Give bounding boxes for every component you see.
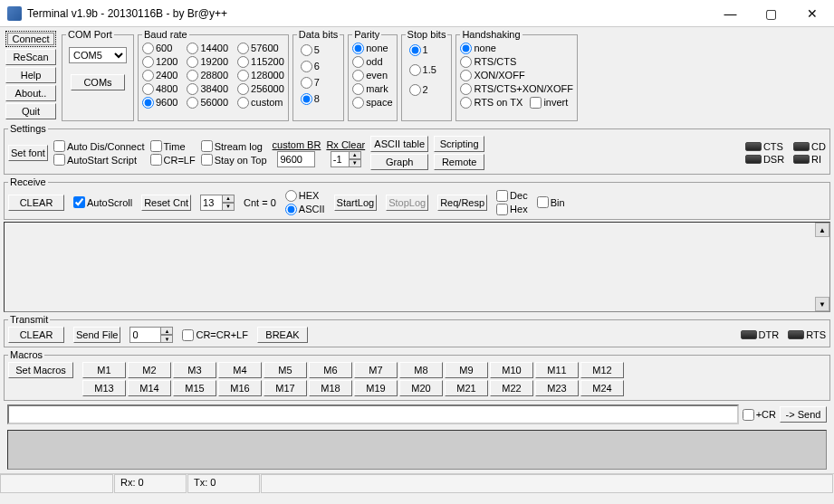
baud-option-custom[interactable]: custom [237,96,284,109]
set-font-button[interactable]: Set font [8,145,48,161]
time-checkbox[interactable]: Time [150,140,196,152]
macro-button-m5[interactable]: M5 [264,362,307,378]
hex-checkbox[interactable]: Hex [496,203,528,215]
rx-clear-spinner[interactable]: ▲▼ [331,151,361,167]
dtr-led[interactable]: DTR [741,329,780,340]
invert-checkbox[interactable]: invert [530,96,568,109]
macro-button-m20[interactable]: M20 [399,380,443,396]
parity-option-even[interactable]: even [352,69,392,81]
macro-button-m11[interactable]: M11 [535,362,579,378]
macro-button-m13[interactable]: M13 [82,380,126,396]
graph-button[interactable]: Graph [370,154,428,170]
cr-crlf-checkbox[interactable]: CR=CR+LF [182,329,247,341]
stay-on-top-checkbox[interactable]: Stay on Top [201,154,267,166]
about-button[interactable]: About.. [5,85,56,101]
handshaking-option-4[interactable]: RTS on TX [460,96,522,109]
cr-checkbox[interactable]: +CR [743,409,776,421]
macro-button-m22[interactable]: M22 [490,380,533,396]
stop-log-button[interactable]: StopLog [386,195,428,211]
reset-cnt-button[interactable]: Reset Cnt [141,195,191,211]
minimize-button[interactable]: — [710,1,751,26]
close-button[interactable]: ✕ [791,1,832,26]
rts-led[interactable]: RTS [788,329,826,340]
send-file-button[interactable]: Send File [73,327,120,343]
quit-button[interactable]: Quit [5,103,56,119]
macro-button-m10[interactable]: M10 [490,362,533,378]
databits-option-7[interactable]: 7 [301,76,336,89]
baud-option-115200[interactable]: 115200 [237,55,284,68]
macro-button-m2[interactable]: M2 [128,362,171,378]
baud-option-57600[interactable]: 57600 [237,42,284,54]
baud-option-4800[interactable]: 4800 [142,82,177,95]
auto-dis-connect-checkbox[interactable]: Auto Dis/Connect [53,140,145,152]
break-button[interactable]: BREAK [257,327,308,343]
transmit-clear-button[interactable]: CLEAR [8,327,64,343]
req-resp-button[interactable]: Req/Resp [437,195,487,211]
com-port-select[interactable]: COM5 [69,47,127,63]
baud-option-1200[interactable]: 1200 [142,55,177,68]
handshaking-option-3[interactable]: RTS/CTS+XON/XOFF [460,82,573,95]
baud-option-14400[interactable]: 14400 [187,42,228,54]
maximize-button[interactable]: ▢ [751,1,791,26]
parity-option-odd[interactable]: odd [352,55,392,68]
autoscroll-checkbox[interactable]: AutoScroll [73,196,132,208]
remote-button[interactable]: Remote [434,154,484,170]
baud-option-9600[interactable]: 9600 [142,96,177,109]
handshaking-option-1[interactable]: RTS/CTS [460,55,516,68]
macro-button-m16[interactable]: M16 [218,380,262,396]
baud-option-38400[interactable]: 38400 [187,82,228,95]
rescan-button[interactable]: ReScan [5,49,56,65]
crlf-checkbox[interactable]: CR=LF [150,154,196,166]
parity-option-mark[interactable]: mark [352,82,392,95]
databits-option-5[interactable]: 5 [301,43,336,56]
baud-option-2400[interactable]: 2400 [142,69,177,81]
macro-button-m8[interactable]: M8 [399,362,443,378]
macro-button-m6[interactable]: M6 [309,362,352,378]
set-macros-button[interactable]: Set Macros [8,362,73,378]
help-button[interactable]: Help [5,67,56,83]
macro-button-m19[interactable]: M19 [354,380,398,396]
connect-button[interactable]: Connect [5,31,56,47]
baud-option-28800[interactable]: 28800 [187,69,228,81]
stopbits-option-15[interactable]: 1.5 [409,63,445,76]
ascii-radio[interactable]: ASCII [285,203,325,215]
send-input[interactable] [7,404,739,424]
parity-option-none[interactable]: none [352,42,392,54]
baud-option-56000[interactable]: 56000 [187,96,228,109]
parity-option-space[interactable]: space [352,96,392,109]
ascii-table-button[interactable]: ASCII table [370,136,428,152]
macro-button-m14[interactable]: M14 [128,380,171,396]
macro-button-m17[interactable]: M17 [264,380,307,396]
macro-button-m7[interactable]: M7 [354,362,398,378]
macro-button-m12[interactable]: M12 [580,362,624,378]
transmit-text-area[interactable] [7,430,827,470]
databits-option-8[interactable]: 8 [301,92,336,105]
dec-checkbox[interactable]: Dec [496,189,528,202]
macro-button-m4[interactable]: M4 [218,362,262,378]
auto-start-script-checkbox[interactable]: AutoStart Script [53,154,145,166]
macro-button-m1[interactable]: M1 [82,362,126,378]
send-button[interactable]: -> Send [780,406,827,423]
macro-button-m3[interactable]: M3 [173,362,216,378]
scripting-button[interactable]: Scripting [434,136,484,152]
transmit-num-spinner[interactable]: ▲▼ [129,327,173,343]
scroll-up-icon[interactable]: ▲ [815,223,829,237]
start-log-button[interactable]: StartLog [334,195,378,211]
macro-button-m23[interactable]: M23 [535,380,579,396]
bin-checkbox[interactable]: Bin [537,196,565,208]
stopbits-option-2[interactable]: 2 [409,83,445,96]
coms-button[interactable]: COMs [71,74,125,90]
scroll-down-icon[interactable]: ▼ [815,297,829,311]
macro-button-m24[interactable]: M24 [580,380,624,396]
baud-option-19200[interactable]: 19200 [187,55,228,68]
baud-option-256000[interactable]: 256000 [237,82,284,95]
hex-radio[interactable]: HEX [285,189,325,202]
macro-button-m15[interactable]: M15 [173,380,216,396]
stopbits-option-1[interactable]: 1 [409,43,445,56]
stream-log-checkbox[interactable]: Stream log [201,140,267,152]
baud-option-600[interactable]: 600 [142,42,177,54]
custom-br-input[interactable] [277,151,315,167]
receive-clear-button[interactable]: CLEAR [8,195,64,211]
handshaking-option-0[interactable]: none [460,42,495,54]
databits-option-6[interactable]: 6 [301,60,336,72]
